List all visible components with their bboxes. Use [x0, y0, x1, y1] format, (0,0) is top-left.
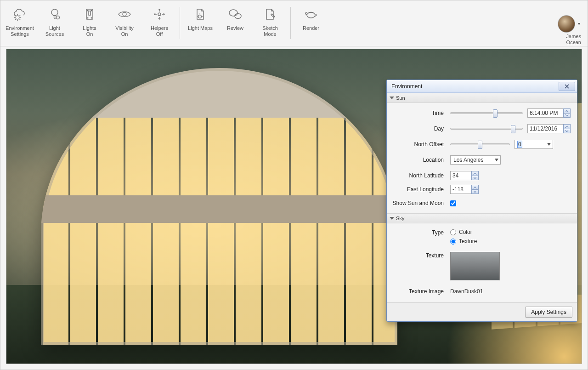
svg-point-7: [87, 17, 88, 18]
day-label: Day: [391, 125, 450, 132]
type-color-label: Color: [459, 229, 472, 235]
east-longitude-label: East Longitude: [391, 186, 450, 193]
type-color-radio[interactable]: Color: [450, 229, 477, 235]
user-avatar: [558, 15, 575, 33]
svg-point-2: [57, 16, 60, 19]
texture-label: Texture: [391, 252, 450, 259]
sky-section-label: Sky: [396, 216, 404, 221]
apply-settings-label: Apply Settings: [531, 309, 566, 315]
user-name-label: James Ocean: [566, 34, 581, 46]
svg-point-5: [87, 10, 88, 11]
time-value[interactable]: 6:14:00 PM: [527, 108, 563, 118]
helpers-off-label: Helpers Off: [151, 25, 168, 37]
texture-image-value: DawnDusk01: [450, 288, 483, 295]
east-longitude-spinner[interactable]: [471, 185, 479, 194]
texture-image-label: Texture Image: [391, 288, 450, 295]
north-latitude-value[interactable]: 34: [450, 171, 471, 180]
teapot-icon: [303, 6, 319, 23]
expand-icon: [390, 97, 394, 99]
sketch-mode-label: Sketch Mode: [262, 25, 278, 37]
north-latitude-spinner[interactable]: [471, 171, 479, 180]
svg-point-9: [123, 12, 126, 16]
svg-point-14: [307, 12, 315, 18]
chevron-down-icon: [495, 159, 498, 161]
day-field[interactable]: 11/12/2016: [527, 124, 571, 133]
north-latitude-label: North Latitude: [391, 172, 450, 179]
review-label: Review: [227, 25, 243, 31]
type-texture-radio[interactable]: Texture: [450, 238, 477, 245]
visibility-on-button[interactable]: Visibility On: [107, 3, 142, 44]
cloud-gear-icon: [11, 6, 28, 23]
time-spinner[interactable]: [563, 108, 571, 118]
day-slider[interactable]: [450, 128, 523, 130]
lights-on-button[interactable]: Lights On: [72, 3, 107, 44]
day-spinner[interactable]: [563, 124, 571, 133]
light-switch-icon: [81, 6, 98, 23]
sky-section-header[interactable]: Sky: [387, 213, 577, 223]
svg-point-0: [16, 16, 19, 19]
sun-section-body: Time 6:14:00 PM Day 11/12/2016: [387, 103, 577, 213]
time-field[interactable]: 6:14:00 PM: [527, 108, 571, 118]
type-label: Type: [391, 229, 450, 236]
light-sources-button[interactable]: Light Sources: [37, 3, 72, 44]
lights-on-label: Lights On: [83, 25, 96, 37]
environment-panel: Environment Sun Time 6:14:00 PM: [386, 80, 577, 322]
lightbulb-gear-icon: [46, 6, 63, 23]
main-toolbar: Environment Settings Light Sources: [0, 0, 588, 46]
spin-down-icon: [563, 113, 571, 118]
time-label: Time: [391, 110, 450, 116]
chevron-down-icon: [547, 143, 551, 146]
environment-panel-close-button[interactable]: [559, 82, 575, 91]
location-dropdown[interactable]: Los Angeles: [450, 155, 501, 165]
east-longitude-field[interactable]: -118: [450, 185, 479, 194]
helpers-off-button[interactable]: Helpers Off: [142, 3, 177, 44]
expand-icon: [390, 217, 394, 220]
north-offset-slider[interactable]: [450, 143, 510, 145]
user-last-name: Ocean: [566, 40, 581, 46]
app-window: Environment Settings Light Sources: [0, 0, 588, 370]
review-button[interactable]: Review: [218, 3, 253, 44]
apply-settings-button[interactable]: Apply Settings: [525, 307, 572, 318]
time-slider[interactable]: [450, 112, 523, 114]
render-label: Render: [303, 25, 319, 31]
svg-point-1: [51, 9, 58, 16]
close-icon: [565, 84, 569, 89]
svg-point-12: [229, 10, 237, 16]
show-sun-moon-label: Show Sun and Moon: [391, 200, 450, 206]
north-latitude-field[interactable]: 34: [450, 171, 479, 180]
spin-up-icon: [563, 108, 571, 113]
environment-panel-footer: Apply Settings: [387, 302, 577, 321]
visibility-on-label: Visibility On: [115, 25, 134, 37]
move-arrows-icon: [151, 6, 168, 23]
eye-icon: [116, 6, 133, 23]
show-sun-moon-checkbox[interactable]: [450, 200, 456, 206]
render-button[interactable]: Render: [294, 3, 328, 44]
sun-section-header[interactable]: Sun: [387, 93, 577, 103]
sky-section-body: Type Color Texture Texture Textur: [387, 223, 577, 302]
svg-rect-4: [89, 11, 90, 15]
environment-settings-label: Environment Settings: [6, 25, 34, 37]
north-offset-label: North Offset: [391, 141, 450, 148]
viewport-building: [41, 68, 397, 345]
svg-point-13: [235, 14, 241, 19]
texture-preview[interactable]: [450, 252, 500, 280]
sun-section-label: Sun: [396, 95, 405, 101]
light-maps-button[interactable]: Light Maps: [183, 3, 218, 44]
chevron-down-icon: ▾: [578, 21, 580, 26]
user-first-name: James: [566, 34, 581, 40]
environment-panel-title: Environment: [391, 83, 559, 90]
light-maps-label: Light Maps: [188, 25, 213, 31]
svg-point-11: [198, 15, 202, 18]
day-value[interactable]: 11/12/2016: [527, 124, 563, 133]
type-texture-label: Texture: [459, 238, 477, 245]
svg-point-6: [91, 10, 92, 11]
north-offset-combo[interactable]: 0: [514, 140, 553, 149]
environment-panel-titlebar[interactable]: Environment: [387, 80, 577, 93]
east-longitude-value[interactable]: -118: [450, 185, 471, 194]
document-pencil-icon: [262, 6, 278, 23]
light-sources-label: Light Sources: [45, 25, 64, 37]
north-offset-value: 0: [518, 141, 522, 148]
sketch-mode-button[interactable]: Sketch Mode: [253, 3, 288, 44]
document-gear-icon: [192, 6, 209, 23]
environment-settings-button[interactable]: Environment Settings: [2, 3, 37, 44]
